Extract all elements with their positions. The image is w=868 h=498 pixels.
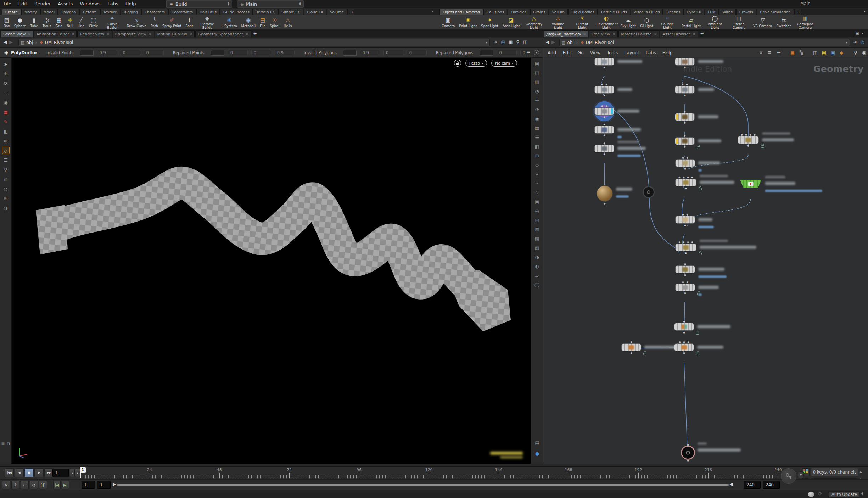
network-node[interactable]: ● ● ● ● ● [676,244,696,251]
node-output[interactable]: ● [675,145,694,148]
node-inputs[interactable]: ● ● [595,83,614,85]
shelf-tool[interactable]: ▮ Tube [28,15,40,30]
wireframe-icon[interactable]: ≈ [533,180,541,187]
pose-tool-icon[interactable]: ◉ [2,99,10,106]
tumble-icon[interactable]: ⟳ [533,106,541,113]
shelf-tool[interactable]: ✛ Null [65,15,75,30]
pane-tab[interactable]: Scene View × [1,30,33,37]
node-body[interactable]: ● ● [595,145,614,152]
network-node[interactable]: ● ● ● [676,216,695,223]
shelf-tool[interactable]: ◪ Area Light [500,15,522,30]
node-inputs[interactable]: ● ● [595,105,614,107]
shelf-tab[interactable]: Characters [141,9,168,15]
shelf-tool[interactable]: ◎ Torus [40,15,53,30]
view-select-button[interactable]: Persp ▾ [465,60,487,67]
shelf-tab[interactable]: Model [40,9,58,15]
node-body[interactable]: ● ● [622,344,641,351]
add-pane-tab-button[interactable]: + [699,30,706,37]
shade-toggle-icon[interactable]: ◨ [6,440,11,447]
pane-tab[interactable]: Animation Editor × [34,30,77,37]
menu-item[interactable]: Render [31,0,54,8]
shelf-tab[interactable]: Guide Process [220,9,253,15]
play-reverse-button[interactable]: ◀ [15,468,24,477]
menu-item[interactable]: View [587,50,604,55]
close-icon[interactable]: × [190,32,192,36]
shelf-tool[interactable]: ◯ Circle [86,15,100,30]
node-output[interactable]: ● [738,144,758,147]
snapshot-gallery-icon[interactable]: ▤ [533,439,541,447]
close-icon[interactable]: × [72,32,74,36]
shelf-tool[interactable]: ✦ Spot Light [479,15,500,30]
refresh-icon[interactable]: ⟳ [818,491,822,497]
node-output[interactable]: ● [676,224,695,226]
shelf-tool[interactable]: ✒ Curve Bezier [100,15,124,30]
auto-update-select[interactable]: Auto Update [829,491,860,498]
node-inputs[interactable]: ● ● ● [674,341,694,343]
shelf-tool[interactable]: ✺ Point Light [457,15,479,30]
shelf-tool[interactable]: ◆ Platonic Solids [195,15,219,30]
back-button[interactable]: ◀ [546,39,549,45]
curves-display-icon[interactable]: ∿ [533,189,541,196]
node-output[interactable]: ● [676,167,695,170]
menu-item[interactable]: Help [122,0,140,8]
layout-split-icon[interactable]: ◫ [533,69,541,77]
snap-prim-icon[interactable]: ◇ [2,147,10,154]
uv-display-icon[interactable]: ⊠ [533,226,541,233]
network-node[interactable]: ● [597,186,612,201]
list-mode-icon[interactable]: ☰ [775,50,782,56]
network-node[interactable]: ● ● ● ● [674,344,694,351]
chevron-down-icon[interactable]: ▾ [486,41,487,44]
node-output[interactable]: ● [597,202,612,205]
secure-selection-icon[interactable]: ⚲ [2,166,10,173]
parameter-cell[interactable]: 0 [228,50,248,56]
parameter-cell[interactable]: 0 [144,50,164,56]
spinner-icon[interactable]: ▲▼ [861,492,863,496]
node-output[interactable]: ● [675,121,694,124]
pane-tab[interactable]: Render View × [77,30,112,37]
display-options-icon[interactable]: ☰ [533,134,541,141]
node-inputs[interactable]: ● [622,341,641,343]
parameter-cell[interactable]: 0 [383,50,403,56]
parameter-cell[interactable]: Repaired Points [173,50,205,55]
network-node[interactable]: ● [675,58,694,65]
view-camera-icon[interactable]: ⚲ [516,39,520,45]
gamma-icon[interactable]: ◐ [533,263,541,270]
pane-tab[interactable]: Material Palette × [618,30,659,37]
network-node[interactable]: ● ● ● [595,108,614,115]
mask-icon[interactable]: ◯ [533,281,541,289]
shelf-tool[interactable]: ╱ Line [75,15,87,30]
main-context-select[interactable]: ◎ Main ▲▼ [237,0,304,8]
backface-icon[interactable]: ▣ [533,198,541,206]
select-fill-icon[interactable]: ◑ [2,204,10,212]
node-inputs[interactable]: ● ● ● ● [676,176,696,178]
node-body[interactable]: ● [675,58,694,65]
menu-item[interactable]: Go [574,50,587,55]
network-node[interactable]: ● ● ● [595,86,614,93]
points-display-icon[interactable]: ⊞ [533,152,541,160]
parameter-cell[interactable] [480,50,493,56]
close-icon[interactable]: × [654,32,657,36]
shelf-tool[interactable]: ▤ File [258,15,268,30]
pane-tab[interactable]: Composite View × [113,30,154,37]
shelf-tab[interactable]: Hair Utils [196,9,220,15]
shelf-tool[interactable]: ☀ Distant Light [570,15,594,30]
jump-to-start-button[interactable]: |◀◀ [5,468,14,477]
node-body[interactable]: ● ● [674,323,694,330]
node-output[interactable]: ● [676,292,695,294]
template-flag[interactable] [676,138,678,144]
search-icon[interactable]: ⚲ [852,50,859,56]
path-context[interactable]: obj [26,40,33,45]
node-inputs[interactable]: ● ● ● ● [676,241,696,243]
draw-tool-icon[interactable]: ✎ [2,118,10,125]
shadow-display-icon[interactable]: ▨ [533,244,541,252]
node-inputs[interactable]: ● ● [676,213,695,216]
select-visible-icon[interactable]: ▧ [2,175,10,183]
shelf-tab[interactable]: Lights and Cameras [439,9,483,15]
parameter-cell[interactable] [80,50,94,56]
shelf-tool[interactable]: ◫ Stereo Camera [727,15,751,30]
audio-options-icon[interactable]: ♪ [11,481,19,489]
node-body[interactable]: ● ● ● [595,108,614,115]
node-body[interactable]: ● ● ● [676,284,695,291]
shelf-tool[interactable]: ✐ Spray Paint [160,15,184,30]
network-node[interactable]: ● [595,58,614,65]
